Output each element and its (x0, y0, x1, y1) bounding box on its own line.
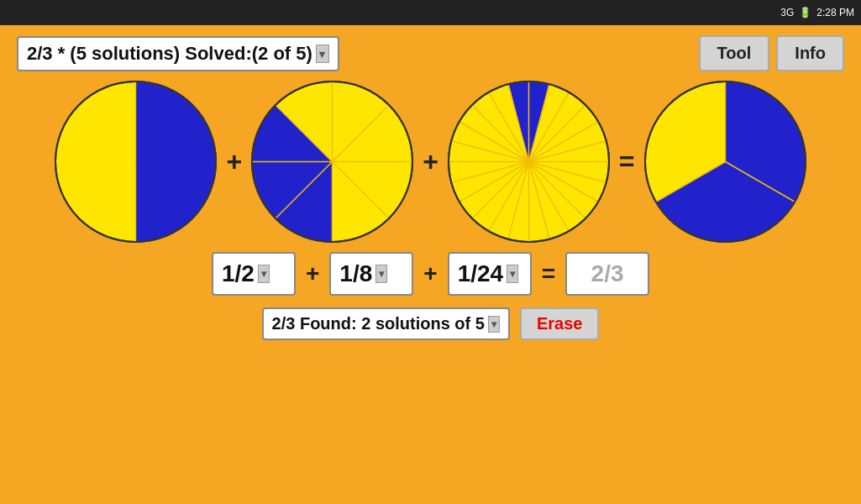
fraction3-dropdown[interactable] (507, 265, 518, 283)
fraction2-value: 1/8 (339, 260, 372, 287)
solution-status-box[interactable]: 2/3 Found: 2 solutions of 5 (262, 307, 510, 340)
fraction1-value: 1/2 (222, 260, 255, 287)
tool-button[interactable]: Tool (699, 35, 770, 71)
bottom-row: 2/3 Found: 2 solutions of 5 Erase (262, 307, 600, 340)
fraction3-box[interactable]: 1/24 (448, 252, 532, 296)
pie2-canvas[interactable] (250, 80, 414, 244)
top-buttons: Tool Info (699, 35, 844, 71)
erase-button[interactable]: Erase (520, 307, 600, 340)
pie3-canvas[interactable] (447, 80, 611, 244)
signal-icon: 3G (780, 7, 794, 18)
title-dropdown-button[interactable]: ▾ (316, 45, 329, 63)
top-row: 2/3 * (5 solutions) Solved:(2 of 5) ▾ To… (17, 35, 844, 71)
fraction2-dropdown[interactable] (375, 265, 387, 283)
pies-row: + + = (17, 80, 844, 244)
fraction2-box[interactable]: 1/8 (329, 252, 413, 296)
status-bar: 3G 🔋 2:28 PM (0, 0, 861, 25)
title-box[interactable]: 2/3 * (5 solutions) Solved:(2 of 5) ▾ (17, 36, 339, 71)
equals-pie: = (611, 146, 643, 177)
fraction3-value: 1/24 (458, 260, 504, 287)
fraction1-dropdown[interactable] (258, 265, 270, 283)
solution-dropdown[interactable] (488, 316, 500, 333)
pie1-container (54, 80, 218, 244)
frac-operator1: + (296, 260, 329, 287)
pie4-container (643, 80, 807, 244)
frac-operator2: + (413, 260, 447, 287)
app-container: 2/3 * (5 solutions) Solved:(2 of 5) ▾ To… (0, 25, 861, 504)
time-display: 2:28 PM (816, 7, 854, 18)
equals-fractions: = (532, 260, 565, 287)
pie2-container (250, 80, 414, 244)
fraction1-box[interactable]: 1/2 (212, 252, 296, 296)
operator2: + (414, 146, 447, 177)
fractions-row: 1/2 + 1/8 + 1/24 = 2/3 (17, 252, 844, 296)
info-button[interactable]: Info (776, 35, 844, 71)
pie4-canvas[interactable] (643, 80, 807, 244)
result-value: 2/3 (591, 260, 624, 286)
title-text: 2/3 * (5 solutions) Solved:(2 of 5) (27, 43, 312, 65)
pie3-container (447, 80, 611, 244)
battery-icon: 🔋 (799, 7, 811, 18)
operator1: + (218, 146, 250, 177)
result-box: 2/3 (565, 252, 649, 296)
pie1-canvas[interactable] (54, 80, 218, 244)
solution-status-text: 2/3 Found: 2 solutions of 5 (272, 314, 485, 333)
